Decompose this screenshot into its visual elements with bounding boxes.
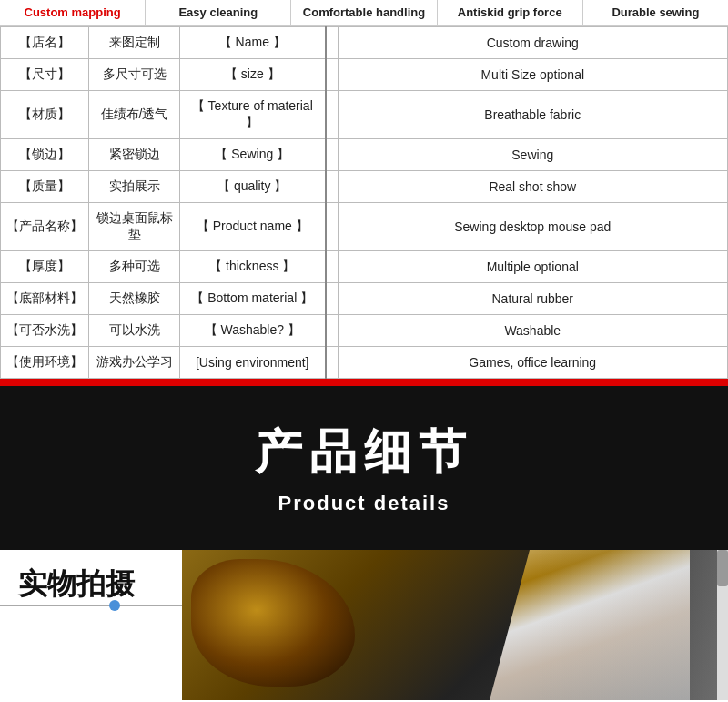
spec-table: 【店名】来图定制【 Name 】Custom drawing【尺寸】多尺寸可选【… bbox=[0, 26, 728, 379]
zh-label-1: 【尺寸】 bbox=[1, 59, 89, 91]
bottom-left-line bbox=[0, 605, 182, 606]
scrollbar-right[interactable] bbox=[717, 550, 728, 700]
zh-label-9: 【使用环境】 bbox=[1, 347, 89, 379]
bottom-image-overlay bbox=[535, 550, 717, 700]
zh-label-7: 【底部材料】 bbox=[1, 283, 89, 315]
zh-label-5: 【产品名称】 bbox=[1, 203, 89, 251]
en-label-7: 【 Bottom material 】 bbox=[180, 283, 326, 315]
zh-value-7: 天然橡胶 bbox=[89, 283, 180, 315]
header-tab-1[interactable]: Easy cleaning bbox=[146, 0, 291, 25]
en-label-6: 【 thickness 】 bbox=[180, 251, 326, 283]
en-value-2: Breathable fabric bbox=[338, 91, 728, 139]
en-value-8: Washable bbox=[338, 315, 728, 347]
col-spacer-7 bbox=[326, 283, 339, 315]
en-value-3: Sewing bbox=[338, 139, 728, 171]
zh-value-8: 可以水洗 bbox=[89, 315, 180, 347]
zh-label-0: 【店名】 bbox=[1, 27, 89, 59]
en-label-1: 【 size 】 bbox=[180, 59, 326, 91]
col-spacer-4 bbox=[326, 171, 339, 203]
en-label-2: 【 Texture of material 】 bbox=[180, 91, 326, 139]
banner-title-zh: 产品细节 bbox=[9, 421, 719, 484]
en-value-5: Sewing desktop mouse pad bbox=[338, 203, 728, 251]
col-spacer-0 bbox=[326, 27, 339, 59]
col-spacer-3 bbox=[326, 139, 339, 171]
table-row: 【质量】实拍展示【 quality 】Real shot show bbox=[1, 171, 728, 203]
zh-value-5: 锁边桌面鼠标垫 bbox=[89, 203, 180, 251]
bottom-left-title: 实物拍摄 bbox=[18, 568, 173, 600]
header-tabs: Custom mappingEasy cleaningComfortable h… bbox=[0, 0, 728, 26]
zh-label-4: 【质量】 bbox=[1, 171, 89, 203]
zh-label-6: 【厚度】 bbox=[1, 251, 89, 283]
table-row: 【厚度】多种可选【 thickness 】Multiple optional bbox=[1, 251, 728, 283]
table-row: 【锁边】紧密锁边【 Sewing 】Sewing bbox=[1, 139, 728, 171]
bottom-left: 实物拍摄 bbox=[0, 550, 182, 700]
banner-title-en: Product details bbox=[9, 492, 719, 515]
zh-value-1: 多尺寸可选 bbox=[89, 59, 180, 91]
col-spacer-8 bbox=[326, 315, 339, 347]
zh-value-2: 佳绩布/透气 bbox=[89, 91, 180, 139]
header-tab-3[interactable]: Antiskid grip force bbox=[438, 0, 583, 25]
en-label-5: 【 Product name 】 bbox=[180, 203, 326, 251]
red-bar bbox=[0, 379, 728, 386]
zh-value-0: 来图定制 bbox=[89, 27, 180, 59]
table-row: 【使用环境】游戏办公学习[Using environment]Games, of… bbox=[1, 347, 728, 379]
zh-label-8: 【可否水洗】 bbox=[1, 315, 89, 347]
table-row: 【产品名称】锁边桌面鼠标垫【 Product name 】Sewing desk… bbox=[1, 203, 728, 251]
en-label-8: 【 Washable? 】 bbox=[180, 315, 326, 347]
zh-value-6: 多种可选 bbox=[89, 251, 180, 283]
col-spacer-2 bbox=[326, 91, 339, 139]
col-spacer-9 bbox=[326, 347, 339, 379]
product-details-banner: 产品细节 Product details bbox=[0, 386, 728, 550]
art-shape1 bbox=[191, 559, 355, 687]
en-value-9: Games, office learning bbox=[338, 347, 728, 379]
zh-label-2: 【材质】 bbox=[1, 91, 89, 139]
zh-value-3: 紧密锁边 bbox=[89, 139, 180, 171]
zh-value-9: 游戏办公学习 bbox=[89, 347, 180, 379]
col-spacer-1 bbox=[326, 59, 339, 91]
en-label-3: 【 Sewing 】 bbox=[180, 139, 326, 171]
table-row: 【材质】佳绩布/透气【 Texture of material 】Breatha… bbox=[1, 91, 728, 139]
en-value-6: Multiple optional bbox=[338, 251, 728, 283]
table-row: 【底部材料】天然橡胶【 Bottom material 】Natural rub… bbox=[1, 283, 728, 315]
col-spacer-5 bbox=[326, 203, 339, 251]
col-spacer-6 bbox=[326, 251, 339, 283]
zh-value-4: 实拍展示 bbox=[89, 171, 180, 203]
header-tab-0[interactable]: Custom mapping bbox=[0, 0, 146, 25]
en-value-0: Custom drawing bbox=[338, 27, 728, 59]
bottom-section: 实物拍摄 bbox=[0, 550, 728, 700]
bottom-image bbox=[182, 550, 717, 700]
en-label-4: 【 quality 】 bbox=[180, 171, 326, 203]
en-label-9: [Using environment] bbox=[180, 347, 326, 379]
en-label-0: 【 Name 】 bbox=[180, 27, 326, 59]
header-tab-4[interactable]: Durable sewing bbox=[583, 0, 728, 25]
zh-label-3: 【锁边】 bbox=[1, 139, 89, 171]
table-row: 【店名】来图定制【 Name 】Custom drawing bbox=[1, 27, 728, 59]
en-value-7: Natural rubber bbox=[338, 283, 728, 315]
en-value-1: Multi Size optional bbox=[338, 59, 728, 91]
table-row: 【尺寸】多尺寸可选【 size 】Multi Size optional bbox=[1, 59, 728, 91]
en-value-4: Real shot show bbox=[338, 171, 728, 203]
table-row: 【可否水洗】可以水洗【 Washable? 】Washable bbox=[1, 315, 728, 347]
bottom-left-dot bbox=[109, 600, 120, 611]
header-tab-2[interactable]: Comfortable handling bbox=[291, 0, 437, 25]
scrollbar-thumb[interactable] bbox=[717, 550, 728, 586]
